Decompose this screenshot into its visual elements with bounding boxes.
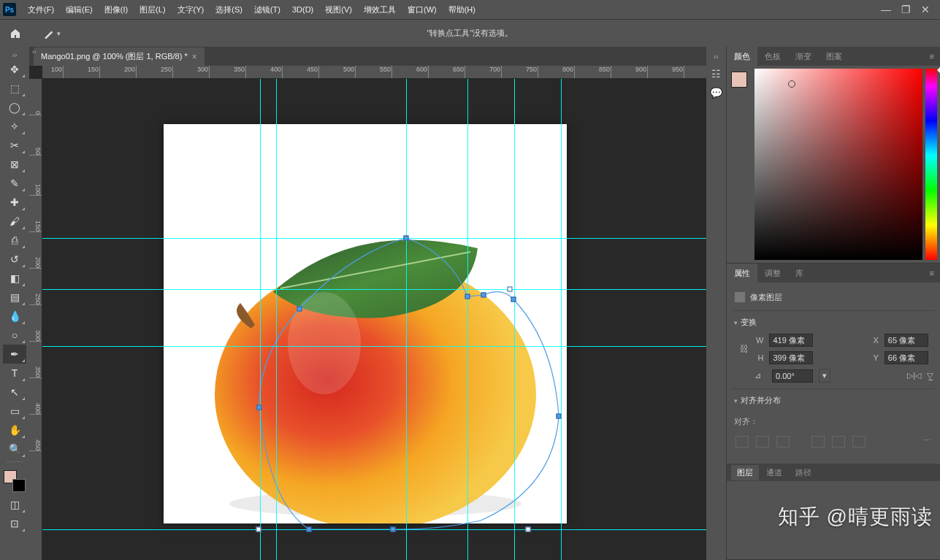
blur-tool[interactable]: 💧 bbox=[3, 307, 26, 326]
document-tab[interactable]: Mango01.png @ 100% (图层 1, RGB/8) * × bbox=[34, 47, 205, 66]
menu-plugins[interactable]: 增效工具 bbox=[358, 1, 402, 18]
gradient-tool[interactable]: ▤ bbox=[3, 288, 26, 307]
type-tool[interactable]: T bbox=[3, 364, 26, 383]
path-anchor[interactable] bbox=[508, 287, 513, 292]
menu-select[interactable]: 选择(S) bbox=[210, 1, 248, 18]
path-anchor[interactable] bbox=[465, 294, 470, 299]
guide-horizontal[interactable] bbox=[42, 238, 706, 239]
link-wh-icon[interactable]: ⛓ bbox=[738, 344, 750, 354]
menu-filter[interactable]: 滤镜(T) bbox=[248, 1, 286, 18]
menu-window[interactable]: 窗口(W) bbox=[402, 1, 443, 18]
align-top-icon[interactable] bbox=[811, 436, 825, 448]
path-select-tool[interactable]: ↖ bbox=[3, 383, 26, 402]
path-anchor[interactable] bbox=[526, 527, 531, 532]
guide-vertical[interactable] bbox=[514, 79, 515, 560]
y-field[interactable] bbox=[884, 351, 928, 364]
align-more-icon[interactable]: ⋯ bbox=[923, 436, 931, 448]
align-left-icon[interactable] bbox=[735, 436, 749, 448]
canvas[interactable] bbox=[164, 124, 567, 523]
tab-color[interactable]: 颜色 bbox=[727, 47, 757, 66]
brush-tool[interactable]: 🖌 bbox=[3, 212, 26, 231]
tab-channels[interactable]: 通道 bbox=[760, 465, 788, 480]
chevron-down-icon[interactable]: ▾ bbox=[734, 397, 738, 404]
rectangle-tool[interactable]: ▭ bbox=[3, 402, 26, 421]
vertical-ruler[interactable]: 050100150200250300350400450 bbox=[29, 79, 42, 560]
tab-adjustments[interactable]: 调整 bbox=[757, 264, 788, 283]
move-tool[interactable]: ✥ bbox=[3, 60, 26, 79]
eraser-tool[interactable]: ◧ bbox=[3, 269, 26, 288]
home-button[interactable] bbox=[4, 23, 26, 45]
guide-horizontal[interactable] bbox=[42, 289, 706, 290]
menu-type[interactable]: 文字(Y) bbox=[172, 1, 210, 18]
hand-tool[interactable]: ✋ bbox=[3, 421, 26, 440]
close-tab-icon[interactable]: × bbox=[192, 52, 197, 62]
x-field[interactable] bbox=[884, 334, 928, 347]
guide-vertical[interactable] bbox=[467, 79, 468, 560]
pen-tool[interactable]: ✒ bbox=[3, 345, 26, 364]
menu-edit[interactable]: 编辑(E) bbox=[60, 1, 99, 18]
tab-libraries[interactable]: 库 bbox=[788, 264, 811, 283]
collapse-doc-icon[interactable]: ‹‹ bbox=[32, 48, 37, 55]
history-brush-tool[interactable]: ↺ bbox=[3, 250, 26, 269]
tab-swatches[interactable]: 色板 bbox=[757, 47, 788, 66]
menu-layer[interactable]: 图层(L) bbox=[134, 1, 171, 18]
angle-field[interactable] bbox=[772, 369, 813, 383]
menu-help[interactable]: 帮助(H) bbox=[443, 1, 481, 18]
clone-stamp-tool[interactable]: ⎙ bbox=[3, 231, 26, 250]
tab-gradients[interactable]: 渐变 bbox=[788, 47, 819, 66]
tab-properties[interactable]: 属性 bbox=[727, 264, 757, 283]
tab-patterns[interactable]: 图案 bbox=[819, 47, 849, 66]
path-anchor[interactable] bbox=[511, 297, 516, 302]
marquee-tool[interactable]: ⬚ bbox=[3, 79, 26, 98]
height-field[interactable] bbox=[769, 351, 813, 364]
guide-vertical[interactable] bbox=[406, 79, 407, 560]
guide-vertical[interactable] bbox=[276, 79, 277, 560]
align-right-icon[interactable] bbox=[776, 436, 790, 448]
menu-image[interactable]: 图像(I) bbox=[99, 1, 134, 18]
window-minimize-icon[interactable]: — bbox=[881, 4, 891, 15]
screen-mode-tool[interactable]: ⊡ bbox=[3, 514, 26, 533]
healing-brush-tool[interactable]: ✚ bbox=[3, 193, 26, 212]
tool-preset-dropdown[interactable]: ▾ bbox=[39, 27, 65, 40]
guide-horizontal[interactable] bbox=[42, 529, 706, 530]
menu-3d[interactable]: 3D(D) bbox=[286, 2, 319, 17]
path-anchor[interactable] bbox=[257, 405, 262, 410]
background-swatch[interactable] bbox=[12, 479, 26, 492]
history-panel-icon[interactable]: ☷ bbox=[711, 68, 721, 80]
align-bottom-icon[interactable] bbox=[852, 436, 866, 448]
dodge-tool[interactable]: ○ bbox=[3, 326, 26, 345]
path-anchor[interactable] bbox=[256, 527, 261, 532]
tab-paths[interactable]: 路径 bbox=[790, 465, 817, 480]
panel-menu-icon[interactable]: ≡ bbox=[924, 269, 940, 277]
lasso-tool[interactable]: ◯ bbox=[3, 98, 26, 117]
path-anchor[interactable] bbox=[404, 236, 409, 241]
color-fg-swatch[interactable] bbox=[731, 72, 747, 88]
path-anchor[interactable] bbox=[297, 307, 302, 312]
window-restore-icon[interactable]: ❐ bbox=[901, 4, 911, 15]
flip-horizontal-icon[interactable]: ▷|◁ bbox=[907, 371, 921, 380]
color-swatches[interactable] bbox=[4, 470, 26, 492]
tab-layers[interactable]: 图层 bbox=[731, 465, 759, 480]
frame-tool[interactable]: ⊠ bbox=[3, 155, 26, 174]
flip-vertical-icon[interactable]: ▽̲ bbox=[927, 371, 933, 380]
crop-tool[interactable]: ✂ bbox=[3, 136, 26, 155]
comments-panel-icon[interactable]: 💬 bbox=[710, 87, 722, 99]
path-anchor[interactable] bbox=[481, 293, 486, 298]
align-hcenter-icon[interactable] bbox=[756, 436, 769, 448]
path-anchor[interactable] bbox=[307, 527, 312, 532]
horizontal-ruler[interactable]: 1001502002503003504004505005506006507007… bbox=[42, 66, 706, 79]
width-field[interactable] bbox=[769, 334, 813, 347]
chevron-down-icon[interactable]: ▾ bbox=[734, 319, 738, 326]
zoom-tool[interactable]: 🔍 bbox=[3, 440, 26, 459]
eyedropper-tool[interactable]: ✎ bbox=[3, 174, 26, 193]
menu-file[interactable]: 文件(F) bbox=[22, 1, 60, 18]
window-close-icon[interactable]: ✕ bbox=[921, 4, 930, 15]
color-picker-field[interactable] bbox=[754, 69, 922, 260]
guide-vertical[interactable] bbox=[561, 79, 562, 560]
align-vcenter-icon[interactable] bbox=[832, 436, 845, 448]
guide-vertical[interactable] bbox=[260, 79, 261, 560]
collapse-tools-icon[interactable]: ›› bbox=[12, 51, 18, 60]
path-anchor[interactable] bbox=[391, 527, 396, 532]
quick-mask-tool[interactable]: ◫ bbox=[3, 495, 26, 514]
path-anchor[interactable] bbox=[557, 414, 562, 419]
